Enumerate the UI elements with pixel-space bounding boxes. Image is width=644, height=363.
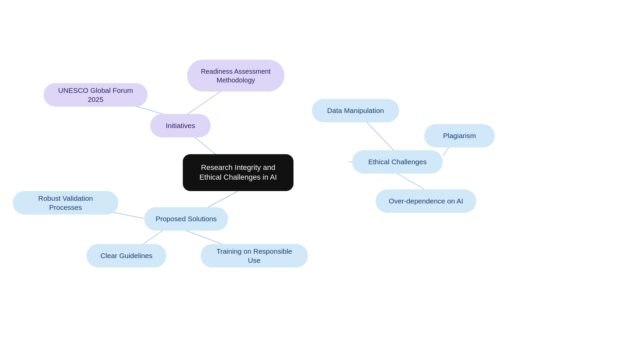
robust-validation-node: Robust Validation Processes — [13, 191, 118, 215]
readiness-node: Readiness Assessment Methodology — [187, 60, 284, 92]
initiatives-node: Initiatives — [150, 114, 211, 137]
center-node: Research Integrity and Ethical Challenge… — [183, 154, 293, 191]
data-manipulation-node: Data Manipulation — [312, 99, 399, 122]
ethical-challenges-node: Ethical Challenges — [352, 150, 443, 174]
plagiarism-node: Plagiarism — [424, 124, 495, 147]
unesco-node: UNESCO Global Forum 2025 — [44, 83, 148, 107]
svg-line-6 — [397, 174, 424, 189]
overdependence-node: Over-dependence on AI — [376, 189, 476, 213]
mind-map-connections — [0, 0, 644, 363]
clear-guidelines-node: Clear Guidelines — [87, 244, 166, 267]
proposed-solutions-node: Proposed Solutions — [144, 207, 228, 231]
training-node: Training on Responsible Use — [201, 244, 308, 267]
